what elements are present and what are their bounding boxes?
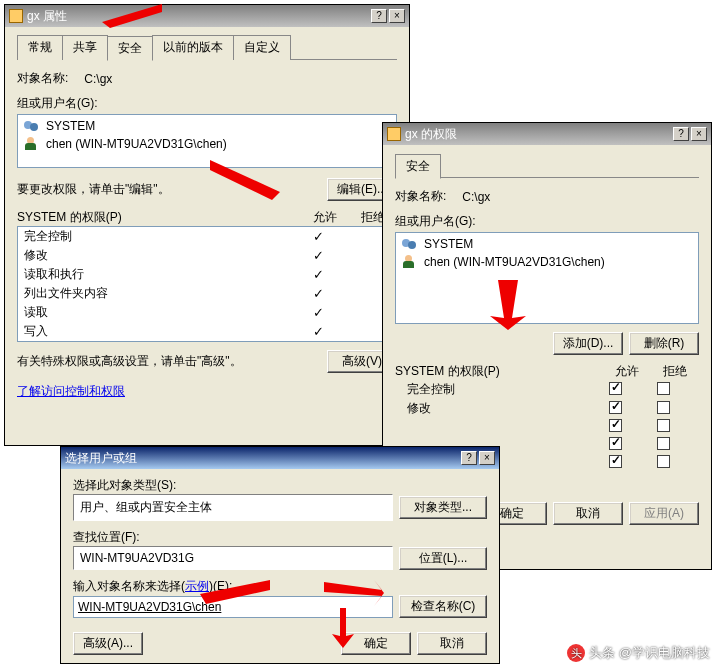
perm-row: 完全控制 [401, 380, 693, 399]
titlebar: gx 属性 ? × [5, 5, 409, 27]
list-item[interactable]: chen (WIN-MT9UA2VD31G\chen) [20, 135, 394, 153]
tab-security[interactable]: 安全 [395, 154, 441, 179]
allow-checkbox[interactable] [609, 437, 622, 450]
allow-checkbox[interactable] [609, 455, 622, 468]
perm-row: 写入✓ [18, 322, 396, 341]
deny-checkbox[interactable] [657, 382, 670, 395]
tab-strip: 常规 共享 安全 以前的版本 自定义 [17, 35, 397, 60]
tab-security[interactable]: 安全 [107, 36, 153, 61]
group-icon [402, 237, 420, 251]
object-type-label: 选择此对象类型(S): [73, 477, 487, 494]
perm-row: 读取✓ [18, 303, 396, 322]
properties-window: gx 属性 ? × 常规 共享 安全 以前的版本 自定义 对象名称: C:\gx… [4, 4, 410, 446]
users-list[interactable]: SYSTEM chen (WIN-MT9UA2VD31G\chen) [395, 232, 699, 324]
perm-label: SYSTEM 的权限(P) [17, 209, 301, 226]
perm-row: 修改 [401, 399, 693, 418]
watermark-icon: 头 [567, 644, 585, 662]
tab-custom[interactable]: 自定义 [233, 35, 291, 60]
folder-icon [387, 127, 401, 141]
allow-checkbox[interactable] [609, 419, 622, 432]
allow-header: 允许 [301, 209, 349, 226]
allow-checkbox[interactable] [609, 401, 622, 414]
object-name-value: C:\gx [84, 72, 112, 86]
remove-button[interactable]: 删除(R) [629, 332, 699, 355]
deny-checkbox[interactable] [657, 419, 670, 432]
help-button[interactable]: ? [461, 451, 477, 465]
window-title: 选择用户或组 [65, 450, 459, 467]
perm-row: 完全控制✓ [18, 227, 396, 246]
deny-checkbox[interactable] [657, 437, 670, 450]
titlebar: gx 的权限 ? × [383, 123, 711, 145]
group-icon [24, 119, 42, 133]
perm-row: 修改✓ [18, 246, 396, 265]
users-list[interactable]: SYSTEM chen (WIN-MT9UA2VD31G\chen) [17, 114, 397, 168]
perm-row: 读取和执行✓ [18, 265, 396, 284]
watermark: 头 头条 @学识电脑科技 [567, 644, 710, 662]
close-button[interactable]: × [389, 9, 405, 23]
name-entry-label: 输入对象名称来选择(示例)(E): [73, 578, 487, 595]
ok-button[interactable]: 确定 [341, 632, 411, 655]
location-value: WIN-MT9UA2VD31G [73, 546, 393, 570]
allow-checkbox[interactable] [609, 382, 622, 395]
group-users-label: 组或用户名(G): [17, 95, 397, 112]
list-item[interactable]: SYSTEM [398, 235, 696, 253]
location-button[interactable]: 位置(L)... [399, 547, 487, 570]
group-users-label: 组或用户名(G): [395, 213, 699, 230]
deny-checkbox[interactable] [657, 401, 670, 414]
watermark-text: 头条 @学识电脑科技 [589, 644, 710, 662]
check-names-button[interactable]: 检查名称(C) [399, 595, 487, 618]
apply-button[interactable]: 应用(A) [629, 502, 699, 525]
tab-prev[interactable]: 以前的版本 [152, 35, 234, 60]
window-title: gx 的权限 [405, 126, 671, 143]
cancel-button[interactable]: 取消 [417, 632, 487, 655]
titlebar: 选择用户或组 ? × [61, 447, 499, 469]
deny-checkbox[interactable] [657, 455, 670, 468]
perm-row: 列出文件夹内容✓ [18, 284, 396, 303]
object-name-label: 对象名称: [17, 70, 68, 87]
list-item[interactable]: SYSTEM [20, 117, 394, 135]
cancel-button[interactable]: 取消 [553, 502, 623, 525]
example-link[interactable]: 示例 [185, 579, 209, 593]
perm-row [401, 418, 693, 436]
object-name-value: C:\gx [462, 190, 490, 204]
allow-header: 允许 [603, 363, 651, 380]
advanced-button[interactable]: 高级(A)... [73, 632, 143, 655]
list-item[interactable]: chen (WIN-MT9UA2VD31G\chen) [398, 253, 696, 271]
help-button[interactable]: ? [673, 127, 689, 141]
close-button[interactable]: × [479, 451, 495, 465]
object-type-button[interactable]: 对象类型... [399, 496, 487, 519]
edit-hint: 要更改权限，请单击"编辑"。 [17, 181, 327, 198]
perm-list[interactable]: 完全控制✓ 修改✓ 读取和执行✓ 列出文件夹内容✓ 读取✓ 写入✓ [17, 226, 397, 342]
user-icon [24, 137, 42, 151]
object-name-label: 对象名称: [395, 188, 446, 205]
adv-hint: 有关特殊权限或高级设置，请单击"高级"。 [17, 353, 327, 370]
folder-icon [9, 9, 23, 23]
object-type-value: 用户、组或内置安全主体 [73, 494, 393, 521]
help-button[interactable]: ? [371, 9, 387, 23]
window-title: gx 属性 [27, 8, 369, 25]
acl-help-link[interactable]: 了解访问控制和权限 [17, 384, 125, 398]
select-user-window: 选择用户或组 ? × 选择此对象类型(S): 用户、组或内置安全主体 对象类型.… [60, 446, 500, 664]
location-label: 查找位置(F): [73, 529, 487, 546]
perm-label: SYSTEM 的权限(P) [395, 363, 603, 380]
deny-header: 拒绝 [651, 363, 699, 380]
object-name-input[interactable] [73, 596, 393, 618]
tab-general[interactable]: 常规 [17, 35, 63, 60]
user-icon [402, 255, 420, 269]
tab-sharing[interactable]: 共享 [62, 35, 108, 60]
close-button[interactable]: × [691, 127, 707, 141]
add-button[interactable]: 添加(D)... [553, 332, 623, 355]
